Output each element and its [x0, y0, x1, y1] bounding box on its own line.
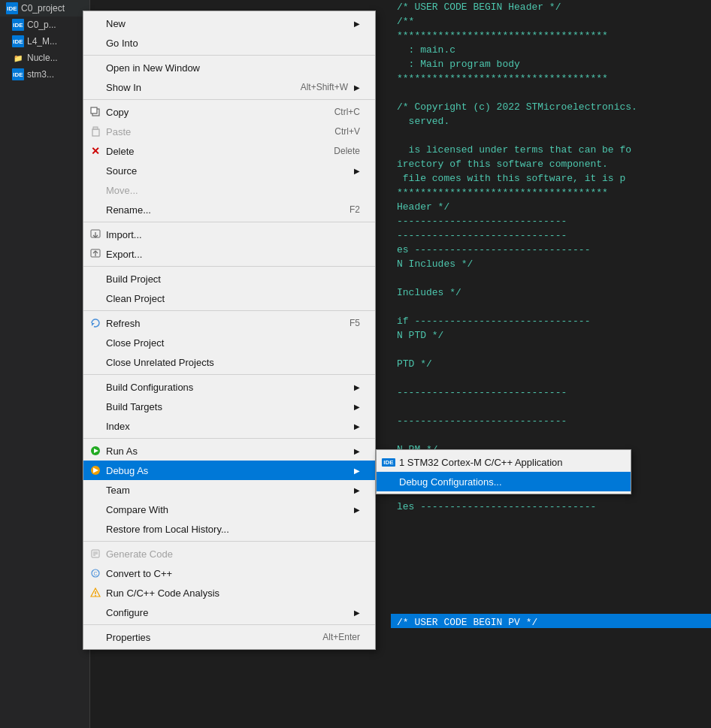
folder-icon: 📁 — [12, 52, 24, 64]
arrow-icon: ▶ — [354, 383, 360, 391]
menu-item-close-project[interactable]: Close Project — [83, 333, 375, 352]
separator-5 — [83, 310, 375, 311]
ide-icon: IDE — [12, 68, 24, 80]
menu-item-open-new-window[interactable]: Open in New Window — [83, 58, 375, 77]
code-line-38 — [391, 528, 711, 542]
svg-rect-2 — [92, 129, 99, 136]
menu-item-rename[interactable]: Rename... F2 — [83, 200, 375, 219]
code-line-11: is licensed under terms that can be fo — [391, 143, 711, 157]
submenu-item-debug-configs[interactable]: Debug Configurations... — [377, 472, 631, 491]
separator-8 — [83, 541, 375, 542]
delete-icon: ✕ — [89, 145, 101, 157]
menu-item-team[interactable]: Team ▶ — [83, 480, 375, 500]
menu-item-compare-with[interactable]: Compare With ▶ — [83, 500, 375, 519]
code-line-21: Includes */ — [391, 285, 711, 300]
menu-item-build-project[interactable]: Build Project — [83, 269, 375, 288]
code-line-15: Header */ — [391, 200, 711, 214]
code-line-39 — [391, 542, 711, 557]
menu-item-export[interactable]: Export... — [83, 244, 375, 264]
sidebar-item-label: C0_p... — [27, 20, 56, 30]
separator-2 — [83, 99, 375, 100]
menu-item-paste[interactable]: Paste Ctrl+V — [83, 122, 375, 141]
debug-icon — [89, 464, 101, 476]
paste-icon — [89, 125, 101, 137]
code-line-1: /* USER CODE BEGIN Header */ — [391, 0, 711, 14]
menu-item-generate-code[interactable]: Generate Code — [83, 544, 375, 563]
code-line-9: served. — [391, 114, 711, 128]
sidebar-item-co-p[interactable]: IDE C0_p... — [0, 17, 89, 33]
ide-icon: IDE — [12, 35, 24, 47]
menu-item-configure[interactable]: Configure ▶ — [83, 603, 375, 622]
code-line-19: N Includes */ — [391, 257, 711, 271]
menu-item-close-unrelated[interactable]: Close Unrelated Projects — [83, 352, 375, 372]
menu-item-import[interactable]: Import... — [83, 225, 375, 244]
shortcut-label: Ctrl+V — [334, 126, 360, 137]
sidebar-item-label: Nucle... — [27, 53, 58, 63]
ide-icon: IDE — [12, 19, 24, 31]
menu-item-refresh[interactable]: Refresh F5 — [83, 313, 375, 333]
code-line-8: /* Copyright (c) 2022 STMicroelectronics… — [391, 100, 711, 114]
sidebar-item-label: L4_M... — [27, 36, 57, 47]
code-line-30: ----------------------------- — [391, 414, 711, 428]
menu-item-debug-as[interactable]: Debug As ▶ — [83, 461, 375, 480]
refresh-icon — [89, 317, 101, 329]
menu-item-build-configs[interactable]: Build Configurations ▶ — [83, 377, 375, 397]
code-line-41 — [391, 571, 711, 585]
menu-item-restore-history[interactable]: Restore from Local History... — [83, 519, 375, 539]
code-line-26: PTD */ — [391, 357, 711, 371]
code-line-28: ----------------------------- — [391, 385, 711, 400]
arrow-icon: ▶ — [354, 467, 360, 475]
code-line-5: : Main program body — [391, 57, 711, 71]
menu-item-properties[interactable]: Properties Alt+Enter — [83, 627, 375, 647]
generate-icon — [89, 548, 101, 560]
separator-6 — [83, 374, 375, 375]
code-line-18: es ------------------------------ — [391, 243, 711, 257]
code-line-40 — [391, 557, 711, 571]
context-menu: New ▶ Go Into Open in New Window Show In… — [83, 11, 376, 650]
code-line-12: irectory of this software component. — [391, 157, 711, 171]
copy-icon — [89, 106, 101, 118]
menu-item-convert-cpp[interactable]: C Convert to C++ — [83, 563, 375, 583]
menu-item-run-as[interactable]: Run As ▶ — [83, 441, 375, 461]
menu-item-copy[interactable]: Copy Ctrl+C — [83, 102, 375, 122]
shortcut-label: F5 — [349, 318, 360, 328]
menu-item-new[interactable]: New ▶ — [83, 14, 375, 33]
menu-item-index[interactable]: Index ▶ — [83, 416, 375, 436]
export-icon — [89, 248, 101, 260]
shortcut-label: Delete — [334, 146, 360, 156]
menu-item-move[interactable]: Move... — [83, 180, 375, 200]
sidebar-item-l4-m[interactable]: IDE L4_M... — [0, 33, 89, 50]
analysis-icon — [89, 587, 101, 599]
code-line-42 — [391, 585, 711, 600]
menu-item-clean-project[interactable]: Clean Project — [83, 288, 375, 308]
menu-item-show-in[interactable]: Show In Alt+Shift+W ▶ — [83, 77, 375, 97]
sidebar-item-co-project[interactable]: IDE C0_project — [0, 0, 89, 17]
svg-rect-1 — [91, 107, 97, 113]
sidebar-item-nucle[interactable]: 📁 Nucle... — [0, 50, 89, 66]
debug-as-submenu: IDE 1 STM32 Cortex-M C/C++ Application D… — [376, 449, 631, 494]
menu-item-run-analysis[interactable]: Run C/C++ Code Analysis — [83, 583, 375, 603]
code-line-29 — [391, 400, 711, 414]
sidebar-item-label: C0_project — [21, 3, 65, 14]
arrow-icon: ▶ — [354, 167, 360, 175]
submenu-item-stm32-app[interactable]: IDE 1 STM32 Cortex-M C/C++ Application — [377, 452, 631, 472]
code-line-17: ----------------------------- — [391, 228, 711, 243]
arrow-icon: ▶ — [354, 447, 360, 455]
import-icon — [89, 228, 101, 240]
menu-item-go-into[interactable]: Go Into — [83, 33, 375, 53]
shortcut-label: Alt+Enter — [322, 632, 360, 642]
code-line-37 — [391, 514, 711, 528]
sidebar-item-stm3[interactable]: IDE stm3... — [0, 66, 89, 83]
separator-1 — [83, 55, 375, 56]
menu-item-build-targets[interactable]: Build Targets ▶ — [83, 397, 375, 416]
svg-point-20 — [95, 595, 96, 597]
menu-item-delete[interactable]: ✕ Delete Delete — [83, 141, 375, 161]
code-line-23: if ------------------------------ — [391, 314, 711, 328]
arrow-icon: ▶ — [354, 609, 360, 617]
code-line-6: ************************************ — [391, 71, 711, 86]
code-line-43 — [391, 600, 711, 614]
separator-4 — [83, 266, 375, 267]
menu-item-source[interactable]: Source ▶ — [83, 161, 375, 180]
shortcut-label: Alt+Shift+W — [301, 82, 348, 92]
code-line-7 — [391, 86, 711, 100]
